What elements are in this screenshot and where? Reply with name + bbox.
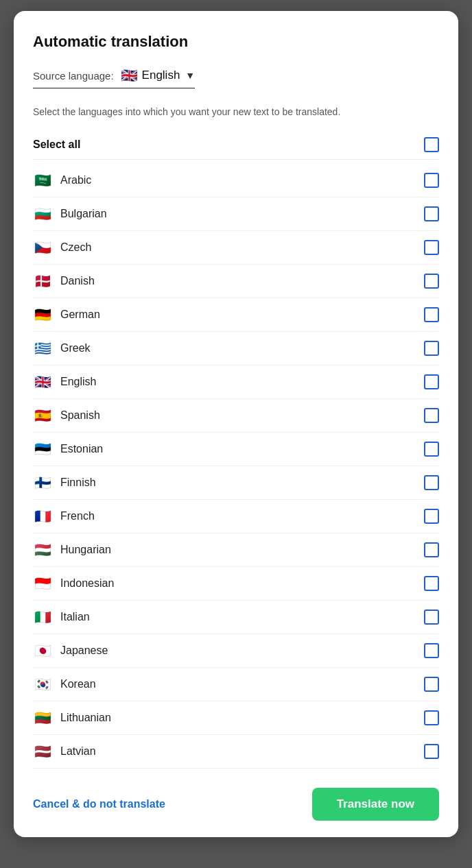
lang-name: Hungarian bbox=[60, 544, 111, 556]
lang-checkbox[interactable] bbox=[424, 307, 439, 322]
lang-left: 🇩🇪 German bbox=[33, 306, 100, 323]
lang-name: German bbox=[60, 309, 100, 321]
lang-left: 🇸🇦 Arabic bbox=[33, 172, 91, 189]
language-item[interactable]: 🇨🇿 Czech bbox=[33, 231, 439, 265]
lang-name: Czech bbox=[60, 241, 91, 254]
lang-checkbox[interactable] bbox=[424, 610, 439, 625]
lang-checkbox[interactable] bbox=[424, 576, 439, 591]
lang-flag-icon: 🇮🇹 bbox=[33, 609, 52, 625]
lang-left: 🇮🇹 Italian bbox=[33, 609, 90, 625]
lang-flag-icon: 🇬🇷 bbox=[33, 340, 52, 357]
lang-checkbox[interactable] bbox=[424, 744, 439, 759]
lang-left: 🇪🇪 Estonian bbox=[33, 441, 103, 457]
language-item[interactable]: 🇭🇺 Hungarian bbox=[33, 533, 439, 567]
lang-left: 🇰🇷 Korean bbox=[33, 676, 96, 692]
language-item[interactable]: 🇩🇪 German bbox=[33, 298, 439, 332]
modal-title: Automatic translation bbox=[33, 33, 439, 51]
lang-flag-icon: 🇨🇿 bbox=[33, 239, 52, 256]
lang-left: 🇱🇻 Latvian bbox=[33, 743, 96, 760]
lang-checkbox[interactable] bbox=[424, 542, 439, 557]
lang-name: Japanese bbox=[60, 644, 108, 657]
select-all-label: Select all bbox=[33, 138, 80, 151]
source-language-selector[interactable]: Source language: 🇬🇧 English ▼ bbox=[33, 67, 195, 88]
lang-flag-icon: 🇫🇮 bbox=[33, 474, 52, 491]
language-item[interactable]: 🇪🇸 Spanish bbox=[33, 399, 439, 433]
lang-flag-icon: 🇮🇩 bbox=[33, 575, 52, 592]
lang-flag-icon: 🇯🇵 bbox=[33, 642, 52, 659]
translate-button[interactable]: Translate now bbox=[312, 788, 439, 821]
chevron-down-icon: ▼ bbox=[185, 70, 195, 81]
language-item[interactable]: 🇧🇬 Bulgarian bbox=[33, 197, 439, 231]
lang-checkbox[interactable] bbox=[424, 643, 439, 658]
lang-name: Korean bbox=[60, 678, 96, 690]
language-item[interactable]: 🇩🇰 Danish bbox=[33, 265, 439, 298]
lang-flag-icon: 🇩🇰 bbox=[33, 273, 52, 289]
lang-left: 🇱🇹 Lithuanian bbox=[33, 710, 111, 726]
lang-flag-icon: 🇰🇷 bbox=[33, 676, 52, 692]
select-all-row[interactable]: Select all bbox=[33, 130, 439, 160]
lang-left: 🇭🇺 Hungarian bbox=[33, 542, 111, 558]
lang-checkbox[interactable] bbox=[424, 475, 439, 490]
language-list: 🇸🇦 Arabic 🇧🇬 Bulgarian 🇨🇿 Czech 🇩🇰 Danis… bbox=[33, 164, 439, 769]
language-item[interactable]: 🇱🇻 Latvian bbox=[33, 735, 439, 769]
lang-name: Italian bbox=[60, 611, 90, 623]
lang-name: Estonian bbox=[60, 443, 103, 455]
language-item[interactable]: 🇰🇷 Korean bbox=[33, 668, 439, 701]
language-item[interactable]: 🇪🇪 Estonian bbox=[33, 433, 439, 466]
lang-checkbox[interactable] bbox=[424, 240, 439, 255]
language-item[interactable]: 🇬🇧 English bbox=[33, 365, 439, 399]
lang-checkbox[interactable] bbox=[424, 509, 439, 524]
lang-left: 🇪🇸 Spanish bbox=[33, 407, 100, 424]
source-value: English bbox=[142, 69, 180, 82]
lang-checkbox[interactable] bbox=[424, 173, 439, 188]
lang-checkbox[interactable] bbox=[424, 374, 439, 389]
lang-flag-icon: 🇪🇸 bbox=[33, 407, 52, 424]
lang-flag-icon: 🇸🇦 bbox=[33, 172, 52, 189]
source-flag-icon: 🇬🇧 bbox=[121, 67, 138, 84]
lang-flag-icon: 🇱🇹 bbox=[33, 710, 52, 726]
modal-footer: Cancel & do not translate Translate now bbox=[33, 774, 439, 837]
cancel-button[interactable]: Cancel & do not translate bbox=[33, 793, 165, 816]
lang-name: Bulgarian bbox=[60, 208, 107, 220]
modal-container: Automatic translation Source language: 🇬… bbox=[14, 11, 458, 837]
lang-flag-icon: 🇧🇬 bbox=[33, 206, 52, 222]
lang-checkbox[interactable] bbox=[424, 341, 439, 356]
lang-flag-icon: 🇬🇧 bbox=[33, 374, 52, 390]
language-item[interactable]: 🇫🇷 French bbox=[33, 500, 439, 533]
instruction-text: Select the languages into which you want… bbox=[33, 105, 439, 119]
lang-flag-icon: 🇩🇪 bbox=[33, 306, 52, 323]
lang-checkbox[interactable] bbox=[424, 677, 439, 692]
lang-flag-icon: 🇱🇻 bbox=[33, 743, 52, 760]
language-item[interactable]: 🇱🇹 Lithuanian bbox=[33, 701, 439, 735]
lang-left: 🇬🇷 Greek bbox=[33, 340, 91, 357]
overlay: Automatic translation Source language: 🇬… bbox=[0, 0, 472, 868]
lang-name: Arabic bbox=[60, 174, 91, 186]
lang-name: English bbox=[60, 376, 96, 388]
lang-name: French bbox=[60, 510, 95, 522]
lang-checkbox[interactable] bbox=[424, 274, 439, 289]
lang-name: Latvian bbox=[60, 745, 96, 758]
source-label: Source language: bbox=[33, 70, 114, 82]
lang-name: Danish bbox=[60, 275, 95, 287]
select-all-checkbox[interactable] bbox=[424, 137, 439, 152]
lang-name: Spanish bbox=[60, 409, 100, 422]
lang-name: Indonesian bbox=[60, 577, 114, 590]
lang-left: 🇨🇿 Czech bbox=[33, 239, 91, 256]
lang-left: 🇯🇵 Japanese bbox=[33, 642, 108, 659]
lang-checkbox[interactable] bbox=[424, 408, 439, 423]
lang-checkbox[interactable] bbox=[424, 442, 439, 457]
language-item[interactable]: 🇮🇩 Indonesian bbox=[33, 567, 439, 601]
language-item[interactable]: 🇬🇷 Greek bbox=[33, 332, 439, 365]
language-item[interactable]: 🇫🇮 Finnish bbox=[33, 466, 439, 500]
language-item[interactable]: 🇯🇵 Japanese bbox=[33, 634, 439, 668]
language-item[interactable]: 🇮🇹 Italian bbox=[33, 601, 439, 634]
lang-name: Greek bbox=[60, 342, 91, 354]
lang-left: 🇫🇷 French bbox=[33, 508, 95, 525]
lang-name: Lithuanian bbox=[60, 712, 111, 724]
lang-checkbox[interactable] bbox=[424, 206, 439, 221]
lang-flag-icon: 🇭🇺 bbox=[33, 542, 52, 558]
language-item[interactable]: 🇸🇦 Arabic bbox=[33, 164, 439, 197]
lang-checkbox[interactable] bbox=[424, 710, 439, 725]
lang-flag-icon: 🇫🇷 bbox=[33, 508, 52, 525]
lang-left: 🇫🇮 Finnish bbox=[33, 474, 96, 491]
